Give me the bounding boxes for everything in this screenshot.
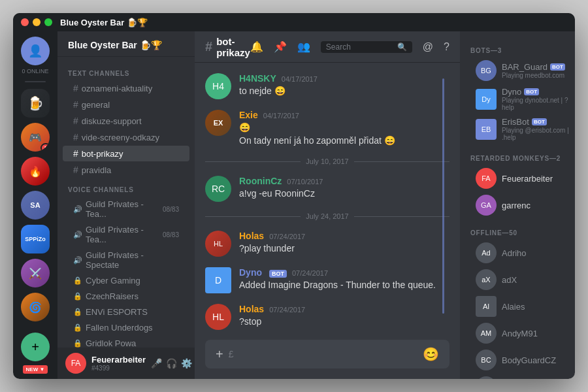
message-timestamp: 07/24/2017 [292,269,328,277]
message-content: H4NSKY 04/17/2017 to nejde 😄 [239,73,449,99]
message-timestamp: 07/10/2017 [287,178,323,186]
member-name: Feuerarbeiter [502,174,553,184]
member-item-alaies[interactable]: Al Alaies [465,293,575,319]
member-item-dyno[interactable]: Dy Dyno BOT Playing dynobot.net | ?help [465,84,575,114]
divider-line [205,161,301,162]
member-avatar: FA [476,168,497,189]
message-author: Holas [239,304,264,314]
emoji-icon[interactable]: 😊 [423,346,439,362]
member-name: garrenc [502,201,531,210]
message-group: D Dyno BOT 07/24/2017 Added Imagine Drag… [205,267,449,293]
server-list: 👤 0 ONLINE 🍺 🎮 1 🔥 SA SPPiZo ⚔️ 🌀 + NEW … [13,13,57,379]
hash-icon: # [73,83,78,93]
help-icon[interactable]: ? [444,41,449,53]
hash-icon: # [73,99,78,110]
member-category-offline: OFFLINE—50 [460,219,575,239]
voice-icon: 🔊 [73,256,82,265]
text-channel-general[interactable]: # general [63,97,189,112]
member-item-feuerarbeiter[interactable]: FA Feuerarbeiter [465,165,575,191]
add-file-icon[interactable]: + [216,347,223,362]
voice-channel-gridlok[interactable]: 🔒 Gridlok Powa [63,336,189,348]
voice-channel-guild-spectate[interactable]: 🔊 Guild Privates - Spectate [63,248,189,272]
message-input[interactable] [229,349,417,359]
message-author: RooninCz [239,176,282,186]
message-text: 😄On tady není já ho zapomněl přidat 😄 [239,122,449,147]
lock-icon: 🔒 [73,292,82,301]
message-input-box: + 😊 [205,340,449,368]
bell-icon[interactable]: 🔔 [250,41,263,53]
bot-badge: BOT [550,63,565,71]
date-divider: July 24, 2017 [205,212,449,220]
member-item-adriho[interactable]: Ad Adriho [465,240,575,266]
at-icon[interactable]: @ [423,41,433,53]
pin-icon[interactable]: 📌 [274,41,287,53]
voice-channel-czech[interactable]: 🔒 CzechRaisers [63,289,189,304]
message-header: Holas 07/24/2017 [239,231,449,241]
voice-icon: 🔊 [73,205,82,214]
search-box[interactable]: 🔍 [321,41,412,53]
bot-badge: BOT [269,270,287,278]
member-item-bar-guard[interactable]: BG BAR_Guard BOT Playing meedbot.com [465,57,575,84]
avatar: HL [205,231,231,257]
text-channel-bot-prikazy[interactable]: # bot-prikazy [63,146,189,161]
headset-icon[interactable]: 🎧 [166,358,177,368]
message-group: HL Holas 07/24/2017 ?play thunder [205,231,449,257]
date-divider: July 10, 2017 [205,157,449,165]
minimize-button[interactable] [33,18,41,26]
messages-container: H4 H4NSKY 04/17/2017 to nejde 😄 EX Exie [195,63,460,340]
member-item-garrenc[interactable]: GA garrenc [465,192,575,218]
server-icon-5[interactable]: SPPiZo [21,225,50,253]
server-icon-new[interactable]: + [21,333,50,361]
maximize-button[interactable] [44,18,52,26]
voice-channel-cyber[interactable]: 🔒 Cyber Gaming [63,273,189,288]
voice-channel-guild-2[interactable]: 🔊 Guild Privates - Tea... 08/83 [63,222,189,247]
close-button[interactable] [21,18,29,26]
server-icon-6[interactable]: ⚔️ [21,259,50,287]
new-badge[interactable]: NEW ▼ [23,365,48,374]
member-item-erisbot[interactable]: EB ErisBot BOT Playing @erisbot.com | .h… [465,114,575,144]
user-discriminator: #4399 [91,365,146,372]
server-icon-4[interactable]: SA [21,191,50,220]
voice-channel-envi[interactable]: 🔒 ENVi ESPORTS [63,304,189,319]
member-item-brokolicek[interactable]: Br Brokolicek [465,374,575,379]
server-icon-3[interactable]: 🔥 [21,157,50,186]
text-channel-vide[interactable]: # vide-screeny-odkazy [63,129,189,145]
server-separator [25,81,46,82]
server-icon-blue-oyster[interactable]: 🍺 [21,89,50,118]
message-timestamp: 07/24/2017 [269,306,305,314]
members-icon[interactable]: 👥 [297,41,310,53]
message-header: Dyno BOT 07/24/2017 [239,267,449,278]
server-icon-home[interactable]: 👤 [21,37,50,65]
avatar: HL [205,304,231,330]
voice-channel-category: VOICE CHANNELS [57,178,195,196]
member-category-bots: BOTS—3 [460,37,575,57]
chat-header: # bot-prikazy 🔔 📌 👥 🔍 @ ? [195,31,460,63]
text-channel-pravidla[interactable]: # pravidla [63,162,189,178]
avatar: RC [205,176,231,202]
message-group: H4 H4NSKY 04/17/2017 to nejde 😄 [205,73,449,99]
member-item-andym91[interactable]: AM AndyM91 [465,320,575,346]
settings-icon[interactable]: ⚙️ [181,358,192,368]
lock-icon: 🔒 [73,308,82,316]
text-channel-oznameni[interactable]: # oznameni-aktuality [63,80,189,96]
hash-icon: # [73,165,78,175]
server-icon-7[interactable]: 🌀 [21,293,50,321]
search-input[interactable] [326,42,395,52]
search-icon: 🔍 [397,42,407,52]
title-bar: Blue Oyster Bar 🍺🏆 [13,13,575,31]
member-item-bodyguardcz[interactable]: BC BodyGuardCZ [465,347,575,373]
text-channel-diskuze[interactable]: # diskuze-support [63,113,189,129]
member-info: BAR_Guard BOT Playing meedbot.com [502,62,565,79]
microphone-icon[interactable]: 🎤 [151,358,162,368]
divider-line [205,216,301,217]
voice-channel-guild-1[interactable]: 🔊 Guild Privates - Tea... 08/83 [63,197,189,221]
voice-channel-fallen[interactable]: 🔒 Fallen Underdogs [63,320,189,335]
message-content: RooninCz 07/10/2017 a!vg -eu RooninCz [239,176,449,202]
server-icon-2[interactable]: 🎮 1 [21,123,50,152]
divider-line [354,216,449,217]
member-avatar: aX [476,269,497,290]
hash-icon-active: # [73,148,78,159]
member-name: BAR_Guard [502,62,547,72]
message-content: Dyno BOT 07/24/2017 Added Imagine Dragon… [239,267,449,293]
member-item-adx[interactable]: aX adX [465,267,575,293]
